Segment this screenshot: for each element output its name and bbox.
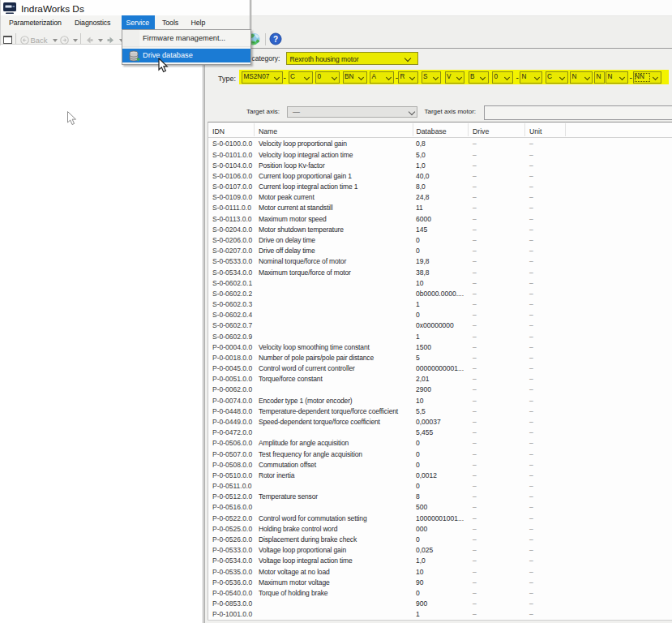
svg-text:?: ?: [272, 35, 277, 44]
